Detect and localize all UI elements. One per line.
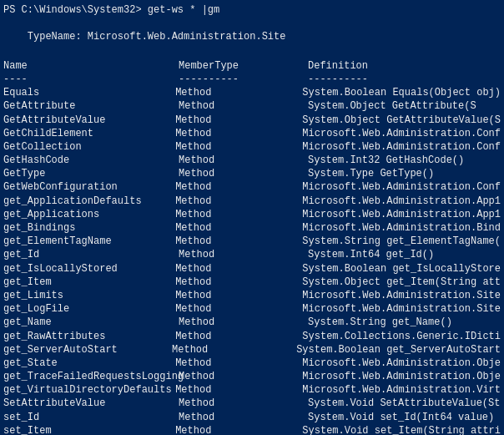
row-membertype: Method: [172, 343, 296, 357]
table-row: GetChildElementMethodMicrosoft.Web.Admin…: [3, 127, 501, 140]
table-row: set_IdMethodSystem.Void set_Id(Int64 val…: [3, 411, 501, 424]
row-definition: System.Int32 GetHashCode(): [308, 154, 464, 167]
row-definition: System.Boolean Equals(Object obj): [302, 86, 501, 99]
row-name: get_State: [3, 357, 175, 370]
table-row: EqualsMethodSystem.Boolean Equals(Object…: [3, 86, 501, 99]
table-row: GetCollectionMethodMicrosoft.Web.Adminis…: [3, 140, 501, 154]
table-row: get_TraceFailedRequestsLoggingMethodMicr…: [3, 370, 501, 383]
row-definition: System.Type GetType(): [308, 167, 434, 180]
table-row: GetAttributeValueMethodSystem.Object Get…: [3, 114, 501, 127]
table-row: get_LimitsMethodMicrosoft.Web.Administra…: [3, 289, 501, 302]
table-row: get_LogFileMethodMicrosoft.Web.Administr…: [3, 302, 501, 316]
row-definition: System.Void set_Item(String attri: [302, 424, 501, 435]
row-membertype: Method: [175, 262, 302, 276]
row-membertype: Method: [175, 383, 302, 397]
sep-membertype: ----------: [179, 73, 308, 86]
row-membertype: Method: [175, 357, 302, 370]
header-row: Name MemberType Definition: [3, 59, 501, 73]
row-membertype: Method: [175, 276, 302, 289]
row-definition: System.Void set_Id(Int64 value): [308, 411, 494, 424]
typename-text: TypeName: Microsoft.Web.Administration.S…: [3, 30, 285, 43]
row-definition: System.Void SetAttributeValue(St: [308, 397, 500, 410]
row-name: get_ApplicationDefaults: [3, 195, 175, 208]
row-name: get_LogFile: [3, 302, 175, 316]
table-row: get_ElementTagNameMethodSystem.String ge…: [3, 235, 501, 248]
row-definition: Microsoft.Web.Administration.App1: [302, 208, 501, 221]
row-membertype: Method: [179, 99, 308, 113]
row-membertype: Method: [175, 235, 302, 248]
table-row: get_IsLocallyStoredMethodSystem.Boolean …: [3, 262, 501, 276]
row-name: get_ServerAutoStart: [3, 343, 172, 357]
row-name: get_Limits: [3, 289, 175, 302]
table-row: GetWebConfigurationMethodMicrosoft.Web.A…: [3, 180, 501, 194]
row-name: set_Item: [3, 424, 175, 435]
table-row: GetAttributeMethodSystem.Object GetAttri…: [3, 99, 501, 113]
row-name: GetType: [3, 167, 179, 180]
row-definition: Microsoft.Web.Administration.Conf: [302, 127, 501, 140]
row-definition: System.Object GetAttribute(S: [308, 99, 476, 113]
header-name: Name: [3, 59, 179, 73]
row-membertype: Method: [175, 127, 302, 140]
row-membertype: Method: [175, 86, 302, 99]
row-name: GetCollection: [3, 140, 175, 154]
table-row: GetHashCodeMethodSystem.Int32 GetHashCod…: [3, 154, 501, 167]
header-membertype: MemberType: [179, 59, 308, 73]
row-name: get_ElementTagName: [3, 235, 175, 248]
row-name: get_Applications: [3, 208, 175, 221]
row-name: get_RawAttributes: [3, 330, 175, 343]
row-membertype: Method: [175, 195, 302, 208]
row-membertype: Method: [179, 167, 308, 180]
row-definition: System.Boolean get_IsLocallyStore: [302, 262, 501, 276]
row-name: GetAttributeValue: [3, 114, 175, 127]
row-name: SetAttributeValue: [3, 397, 179, 410]
row-membertype: Method: [179, 154, 308, 167]
table-row: get_ItemMethodSystem.Object get_Item(Str…: [3, 276, 501, 289]
row-membertype: Method: [175, 208, 302, 221]
table-row: get_NameMethodSystem.String get_Name(): [3, 316, 501, 329]
row-name: get_Item: [3, 276, 175, 289]
separator-row: ---- ---------- ----------: [3, 73, 501, 86]
row-name: get_Bindings: [3, 221, 175, 235]
row-name: GetChildElement: [3, 127, 175, 140]
row-definition: Microsoft.Web.Administration.Virt: [302, 383, 501, 397]
row-name: GetWebConfiguration: [3, 180, 175, 194]
row-membertype: Method: [179, 397, 308, 410]
row-membertype: Method: [175, 114, 302, 127]
row-name: GetHashCode: [3, 154, 179, 167]
typename-line: TypeName: Microsoft.Web.Administration.S…: [3, 30, 501, 43]
row-name: GetAttribute: [3, 99, 179, 113]
row-definition: Microsoft.Web.Administration.Conf: [302, 180, 501, 194]
table-row: get_VirtualDirectoryDefaultsMethodMicros…: [3, 383, 501, 397]
table-row: get_ServerAutoStartMethodSystem.Boolean …: [3, 343, 501, 357]
row-definition: Microsoft.Web.Administration.Site: [302, 302, 501, 316]
table-row: get_StateMethodMicrosoft.Web.Administrat…: [3, 357, 501, 370]
row-definition: Microsoft.Web.Administration.Conf: [302, 140, 501, 154]
row-definition: Microsoft.Web.Administration.Bind: [302, 221, 501, 235]
row-membertype: Method: [179, 370, 302, 383]
table-row: SetAttributeValueMethodSystem.Void SetAt…: [3, 397, 501, 410]
row-name: get_Name: [3, 316, 179, 329]
row-name: Equals: [3, 86, 175, 99]
row-membertype: Method: [175, 302, 302, 316]
row-name: get_TraceFailedRequestsLogging: [3, 370, 179, 383]
rows-container: EqualsMethodSystem.Boolean Equals(Object…: [3, 86, 501, 435]
row-name: get_VirtualDirectoryDefaults: [3, 383, 175, 397]
row-definition: System.String get_Name(): [308, 316, 452, 329]
row-definition: System.Boolean get_ServerAutoStart: [296, 343, 501, 357]
row-definition: Microsoft.Web.Administration.App1: [302, 195, 501, 208]
row-membertype: Method: [175, 330, 302, 343]
row-membertype: Method: [179, 248, 308, 261]
row-definition: System.Collections.Generic.IDicti: [302, 330, 501, 343]
header-definition: Definition: [308, 59, 368, 73]
row-definition: System.String get_ElementTagName(: [302, 235, 501, 248]
table-row: get_BindingsMethodMicrosoft.Web.Administ…: [3, 221, 501, 235]
row-definition: Microsoft.Web.Administration.Site: [302, 289, 501, 302]
row-definition: System.Object GetAttributeValue(S: [302, 114, 501, 127]
table-row: get_IdMethodSystem.Int64 get_Id(): [3, 248, 501, 261]
row-definition: System.Int64 get_Id(): [308, 248, 434, 261]
row-membertype: Method: [175, 424, 302, 435]
row-name: get_Id: [3, 248, 179, 261]
terminal: PS C:\Windows\System32> get-ws * |gm Typ…: [0, 0, 504, 435]
sep-name: ----: [3, 73, 179, 86]
row-membertype: Method: [175, 221, 302, 235]
